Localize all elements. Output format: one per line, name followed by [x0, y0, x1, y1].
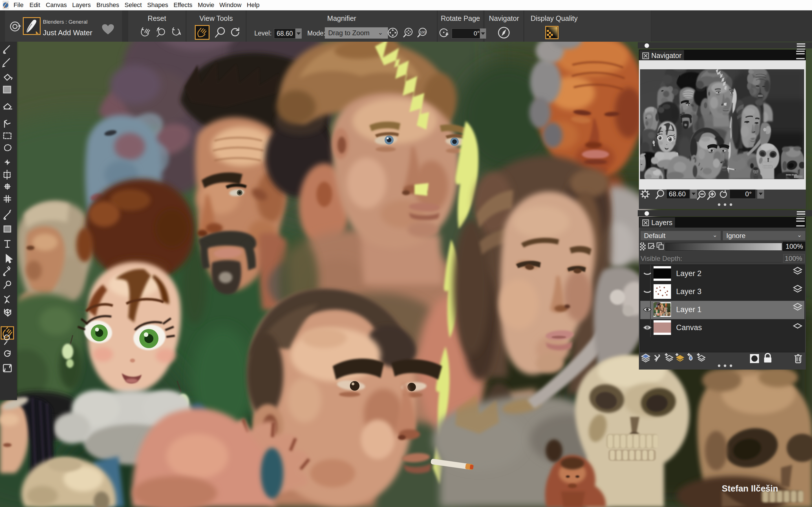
- svg-text:Canvas: Canvas: [676, 323, 702, 332]
- svg-text:Layer 1: Layer 1: [676, 305, 702, 314]
- svg-text:Stefan Ilčešin: Stefan Ilčešin: [722, 484, 778, 494]
- svg-text:100: 100: [419, 30, 426, 34]
- svg-text:Layer 2: Layer 2: [676, 269, 702, 278]
- svg-text:0°: 0°: [745, 190, 752, 198]
- svg-text:68.60: 68.60: [669, 190, 686, 198]
- svg-text:Layer 3: Layer 3: [676, 287, 702, 296]
